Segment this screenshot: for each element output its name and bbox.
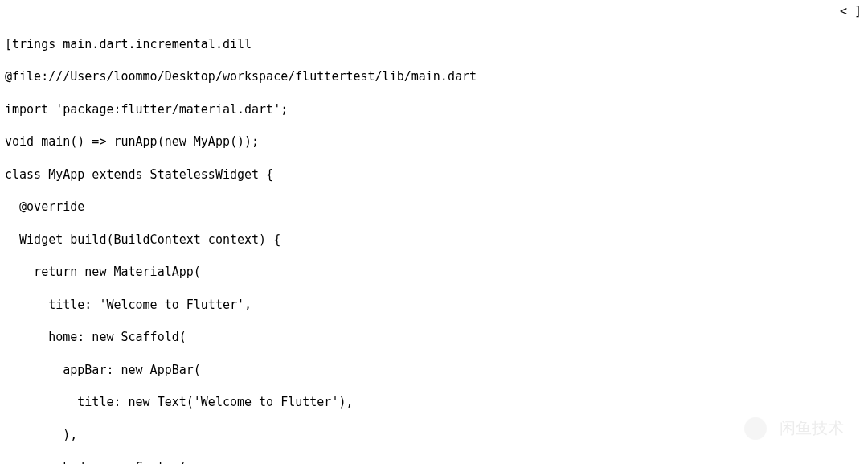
code-line: body: new Center(	[5, 459, 863, 464]
terminal-output: < ] [trings main.dart.incremental.dill @…	[5, 3, 863, 464]
code-line: @file:///Users/loommo/Desktop/workspace/…	[5, 68, 863, 84]
code-line: import 'package:flutter/material.dart';	[5, 101, 863, 117]
code-line: home: new Scaffold(	[5, 329, 863, 345]
code-line: return new MaterialApp(	[5, 264, 863, 280]
code-line: [trings main.dart.incremental.dill	[5, 36, 863, 52]
code-line: Widget build(BuildContext context) {	[5, 232, 863, 248]
code-line: ),	[5, 427, 863, 443]
code-line: @override	[5, 199, 863, 215]
code-line: class MyApp extends StatelessWidget {	[5, 166, 863, 183]
code-line: title: new Text('Welcome to Flutter'),	[5, 394, 863, 410]
top-right-marker: < ]	[840, 3, 862, 19]
code-line: appBar: new AppBar(	[5, 362, 863, 378]
code-line: void main() => runApp(new MyApp());	[5, 133, 863, 150]
code-line: title: 'Welcome to Flutter',	[5, 297, 863, 313]
